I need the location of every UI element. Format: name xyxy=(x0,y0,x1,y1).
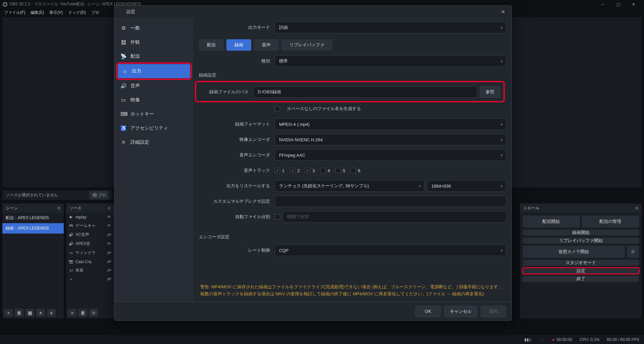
source-item[interactable]: ▭ウィンドウ👁 xyxy=(66,248,114,257)
exit-button[interactable]: 終了 xyxy=(523,276,639,282)
tab-配信[interactable]: 配信 xyxy=(199,39,224,51)
venc-select[interactable]: NVIDIA NVENC H.264 xyxy=(275,134,506,145)
sidebar-icon: ▭ xyxy=(120,97,126,103)
sidebar-item-映像[interactable]: ▭映像 xyxy=(114,93,194,107)
ok-button[interactable]: OK xyxy=(415,306,441,317)
source-item[interactable]: 🎮ゲームキャ👁 xyxy=(66,221,114,230)
scene-up-button[interactable]: ∧ xyxy=(36,309,45,317)
close-button[interactable]: ✕ xyxy=(626,0,641,8)
controls-panel: トロール⧉ 配信開始 配信の管理 録画開始 リプレイバッファ開始 仮想カメラ開始… xyxy=(520,203,642,319)
visibility-toggle[interactable]: 👁 xyxy=(107,250,111,255)
source-item[interactable]: +👁 xyxy=(66,275,114,283)
popout-icon[interactable]: ⧉ xyxy=(57,206,60,210)
apply-button: 適用 xyxy=(481,306,506,317)
no-source-text: ソースが選択されていません xyxy=(6,192,58,198)
maximize-button[interactable]: ▢ xyxy=(610,0,626,8)
sidebar-item-配信[interactable]: 📡配信 xyxy=(114,49,194,63)
browse-button[interactable]: 参照 xyxy=(480,86,500,98)
gear-icon xyxy=(92,193,97,197)
track-6-checkbox[interactable] xyxy=(351,168,356,173)
visibility-toggle[interactable]: 👁 xyxy=(107,241,111,246)
visibility-toggle[interactable]: 👁 xyxy=(107,268,111,273)
tab-音声[interactable]: 音声 xyxy=(254,39,279,51)
minimize-button[interactable]: ─ xyxy=(595,0,610,8)
track-4-checkbox[interactable] xyxy=(320,168,326,173)
scenes-title: シーン xyxy=(6,205,18,211)
vcam-start-button[interactable]: 仮想カメラ開始 xyxy=(523,246,625,258)
menu-view[interactable]: 表示(V) xyxy=(47,9,65,16)
visibility-toggle[interactable]: 👁 xyxy=(107,259,111,264)
visibility-toggle[interactable]: 👁 xyxy=(107,232,111,237)
record-start-button[interactable]: 録画開始 xyxy=(523,230,639,236)
add-source-button[interactable]: + xyxy=(68,309,76,317)
source-item[interactable]: 📷Cast Cra👁 xyxy=(66,257,114,266)
tab-リプレイバッファ[interactable]: リプレイバッファ xyxy=(281,39,332,51)
source-type-icon: 📷 xyxy=(69,259,73,264)
cancel-button[interactable]: キャンセル xyxy=(444,306,477,317)
rescale-method-select[interactable]: ランチョス (先鋭化スケーリング, 36サンプル) xyxy=(275,180,424,192)
dialog-title: 設定 xyxy=(126,9,135,15)
studio-mode-button[interactable]: スタジオモード xyxy=(523,260,639,266)
tab-録画[interactable]: 録画 xyxy=(226,39,251,51)
dialog-close-button[interactable]: ✕ xyxy=(498,7,507,16)
scene-down-button[interactable]: ∨ xyxy=(47,309,56,317)
scene-item[interactable]: 録画：APEX LEGENDS xyxy=(2,223,64,234)
source-type-icon: 🔊 xyxy=(69,233,73,237)
remove-scene-button[interactable]: 🗑 xyxy=(15,309,23,317)
track-3-checkbox[interactable] xyxy=(305,168,310,173)
autosplit-checkbox[interactable] xyxy=(275,214,280,219)
nospaces-checkbox[interactable] xyxy=(275,106,280,111)
scene-item[interactable]: 配信：APEX LEGENDS xyxy=(2,213,64,223)
visibility-toggle[interactable]: 👁 xyxy=(107,277,111,282)
menu-edit[interactable]: 編集(E) xyxy=(29,9,46,16)
format-select[interactable]: MPEG-4 (.mp4) xyxy=(275,118,506,130)
visibility-toggle[interactable]: 👁 xyxy=(107,223,111,228)
visibility-toggle[interactable]: 👁 xyxy=(107,214,111,219)
menu-file[interactable]: ファイル(F) xyxy=(2,9,27,16)
rec-path-input[interactable]: D:/OBS録画 xyxy=(253,86,477,98)
aenc-select[interactable]: FFmpeg AAC xyxy=(275,149,506,161)
rescale-label: 出力をリスケールする xyxy=(199,183,275,189)
source-item[interactable]: 🏷名前👁 xyxy=(66,266,114,275)
type-select[interactable]: 標準 xyxy=(275,55,506,67)
sidebar-item-出力[interactable]: ⎚出力 xyxy=(118,64,190,78)
popout-icon[interactable]: ⧉ xyxy=(635,206,638,210)
add-scene-button[interactable]: + xyxy=(4,309,13,317)
stream-manage-button[interactable]: 配信の管理 xyxy=(582,215,639,228)
status-bar: ▮▮▯ ⸽⸽⸽ ●00:00:00 CPU: 0.1% 60.00 / 60.0… xyxy=(0,335,644,344)
sources-panel: ソース⧉ ▶replay👁🎮ゲームキャ👁🔊VC音声👁🔊APEX音👁▭ウィンドウ👁… xyxy=(66,203,114,319)
filter-scene-button[interactable]: ▦ xyxy=(25,309,34,317)
output-mode-select[interactable]: 詳細 xyxy=(275,22,506,33)
source-item[interactable]: 🔊VC音声👁 xyxy=(66,230,114,239)
vcam-settings-button[interactable] xyxy=(627,246,639,258)
source-item[interactable]: 🔊APEX音👁 xyxy=(66,239,114,248)
menu-profile[interactable]: プロ xyxy=(89,9,101,16)
popout-icon[interactable]: ⧉ xyxy=(108,206,111,210)
rescale-res-select[interactable]: 1664×936 xyxy=(427,180,506,192)
rate-select[interactable]: CQP xyxy=(275,245,506,256)
sidebar-item-外観[interactable]: 🖼外観 xyxy=(114,35,194,49)
replay-buffer-button[interactable]: リプレイバッファ開始 xyxy=(523,238,639,244)
sidebar-item-音声[interactable]: 🔊音声 xyxy=(114,79,194,93)
mux-input[interactable] xyxy=(275,196,506,207)
settings-sidebar: ⚙一般🖼外観📡配信⎚出力🔊音声▭映像⌨ホットキー♿アクセシビリティ✕詳細設定 xyxy=(114,18,194,302)
track-5-checkbox[interactable] xyxy=(335,168,341,173)
properties-button[interactable]: プロ xyxy=(90,191,109,199)
stream-start-button[interactable]: 配信開始 xyxy=(523,215,580,228)
source-item[interactable]: ▶replay👁 xyxy=(66,213,114,221)
sidebar-icon: ⚙ xyxy=(120,25,126,31)
mux-label: カスタムマルチプレクサ設定 xyxy=(199,198,275,204)
menu-dock[interactable]: ドック(D) xyxy=(66,9,88,16)
sidebar-item-アクセシビリティ[interactable]: ♿アクセシビリティ xyxy=(114,121,194,135)
settings-button[interactable]: 設定 xyxy=(523,268,639,274)
sidebar-item-一般[interactable]: ⚙一般 xyxy=(114,21,194,35)
sidebar-item-詳細設定[interactable]: ✕詳細設定 xyxy=(114,135,194,149)
network-icon: ▮▮▯ xyxy=(524,337,531,342)
source-props-button[interactable] xyxy=(89,309,98,317)
mp4-warning: 警告: MP4/MOV に保存された録画はファイルをファイナライズ(完成処理)で… xyxy=(199,281,506,298)
sidebar-item-ホットキー[interactable]: ⌨ホットキー xyxy=(114,107,194,121)
track-1-checkbox[interactable] xyxy=(275,168,280,173)
remove-source-button[interactable]: 🗑 xyxy=(78,309,87,317)
rate-label: レート制御 xyxy=(199,247,275,253)
track-2-checkbox[interactable] xyxy=(290,168,295,173)
